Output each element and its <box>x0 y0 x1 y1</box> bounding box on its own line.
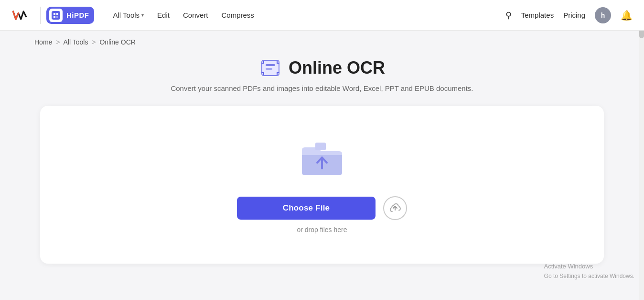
search-icon[interactable]: ⚲ <box>505 10 512 21</box>
page-subtitle: Convert your scanned PDFs and images int… <box>171 84 473 92</box>
nav-templates[interactable]: Templates <box>521 11 554 19</box>
breadcrumb-home[interactable]: Home <box>34 38 52 46</box>
hipdf-label: HiPDF <box>66 11 89 19</box>
choose-file-button[interactable]: Choose File <box>237 197 376 220</box>
breadcrumb-sep-1: > <box>56 38 60 46</box>
upload-area: Choose File or drop files here <box>40 106 604 264</box>
hipdf-icon <box>49 9 63 22</box>
nav-compress[interactable]: Compress <box>215 7 259 23</box>
avatar[interactable]: h <box>595 7 611 23</box>
drop-hint-text: or drop files here <box>297 226 347 233</box>
nav-edit[interactable]: Edit <box>151 7 175 23</box>
nav-convert[interactable]: Convert <box>177 7 214 23</box>
activate-windows-overlay: Activate Windows Go to Settings to activ… <box>544 262 634 281</box>
notification-bell-icon[interactable]: 🔔 <box>621 10 633 21</box>
ocr-icon <box>259 56 282 79</box>
nav-pricing[interactable]: Pricing <box>563 11 585 19</box>
svg-rect-3 <box>266 64 275 66</box>
main-content: Online OCR Convert your scanned PDFs and… <box>0 52 644 264</box>
svg-rect-5 <box>315 143 326 150</box>
cloud-upload-button[interactable] <box>383 196 407 220</box>
page-title-row: Online OCR <box>259 56 385 79</box>
breadcrumb-sep-2: > <box>92 38 96 46</box>
scrollbar[interactable] <box>639 0 644 300</box>
wondershare-logo-icon <box>11 9 29 22</box>
hipdf-badge[interactable]: HiPDF <box>46 7 94 24</box>
page-title: Online OCR <box>289 58 385 78</box>
nav-links: All Tools ▾ Edit Convert Compress <box>107 7 260 23</box>
cloud-upload-icon <box>389 203 401 213</box>
activate-windows-subtitle: Go to Settings to activate Windows. <box>544 272 634 281</box>
navbar-right: ⚲ Templates Pricing h 🔔 <box>505 7 633 23</box>
navbar-left: HiPDF All Tools ▾ Edit Convert Compress <box>11 7 260 24</box>
page-header: Online OCR Convert your scanned PDFs and… <box>171 56 473 92</box>
breadcrumb-current: Online OCR <box>99 38 135 46</box>
wondershare-logo[interactable] <box>11 9 29 22</box>
breadcrumb-all-tools[interactable]: All Tools <box>64 38 88 46</box>
svg-rect-0 <box>52 11 60 20</box>
navbar: HiPDF All Tools ▾ Edit Convert Compress … <box>0 0 644 31</box>
nav-all-tools[interactable]: All Tools ▾ <box>107 7 150 23</box>
breadcrumb: Home > All Tools > Online OCR <box>0 31 644 52</box>
chevron-down-icon: ▾ <box>141 12 144 18</box>
upload-folder-icon <box>298 141 346 181</box>
svg-rect-4 <box>266 68 272 70</box>
logo-divider <box>40 7 41 24</box>
upload-buttons: Choose File <box>237 196 407 220</box>
